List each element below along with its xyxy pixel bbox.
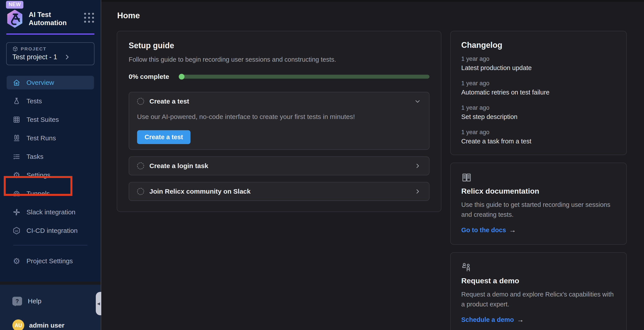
project-label: PROJECT <box>21 46 46 52</box>
entry-title: Automatic retries on test failure <box>461 89 616 96</box>
home-icon <box>12 79 21 87</box>
page-title: Home <box>117 11 644 20</box>
documentation-card: Relicx documentation Use this guide to g… <box>450 163 627 245</box>
request-demo-description: Request a demo and explore Relicx's capa… <box>461 290 616 309</box>
tunnel-icon <box>12 190 21 198</box>
sidebar-item-label: Tunnels <box>26 190 50 197</box>
create-a-test-button[interactable]: Create a test <box>137 130 190 144</box>
help-button[interactable]: ? Help <box>6 294 94 308</box>
entry-title: Set step description <box>461 113 616 121</box>
new-badge: NEW <box>6 1 24 8</box>
project-name: Test project - 1 <box>12 53 57 61</box>
schedule-demo-link[interactable]: Schedule a demo → <box>461 316 524 324</box>
flask-icon <box>12 97 21 105</box>
setup-guide-card: Setup guide Follow this guide to begin r… <box>117 31 442 212</box>
apps-grid-icon[interactable] <box>84 13 94 23</box>
sidebar-item-label: Settings <box>26 171 50 179</box>
status-incomplete-icon <box>137 188 144 195</box>
sidebar-item-label: Tasks <box>26 153 44 160</box>
book-icon <box>461 172 472 183</box>
progress-bar <box>179 75 430 79</box>
grid-icon <box>12 116 21 124</box>
gear-icon: ⚙ <box>12 171 21 179</box>
sidebar-item-slack-integration[interactable]: Slack integration <box>6 205 94 219</box>
status-incomplete-icon <box>137 162 144 169</box>
documentation-title: Relicx documentation <box>461 187 616 195</box>
sidebar-item-test-runs[interactable]: Test Runs <box>6 131 94 145</box>
entry-title: Latest production update <box>461 64 616 72</box>
setup-task-create-login-task[interactable]: Create a login task <box>129 157 430 175</box>
project-cube-icon <box>12 46 18 52</box>
right-column: Changelog 1 year ago Latest production u… <box>450 31 627 330</box>
chevron-down-icon[interactable] <box>414 98 421 105</box>
setup-task-create-a-test: Create a test Use our AI-powered, no-cod… <box>129 92 430 150</box>
user-menu[interactable]: AU admin user <box>6 320 94 330</box>
sidebar-item-settings[interactable]: ⚙ Settings <box>6 168 94 182</box>
request-demo-title: Request a demo <box>461 277 616 285</box>
sidebar-item-label: Overview <box>26 79 54 86</box>
task-description: Use our AI-powered, no-code interface to… <box>137 113 421 121</box>
main-content: Home Setup guide Follow this guide to be… <box>101 0 644 330</box>
help-icon: ? <box>12 297 22 306</box>
sidebar-item-label: Tests <box>26 97 42 105</box>
entry-timestamp: 1 year ago <box>461 80 616 87</box>
entry-title: Create a task from a test <box>461 138 616 145</box>
people-icon <box>461 262 472 273</box>
sidebar-nav: Overview Tests Test Suites <box>0 76 101 268</box>
app-window: NEW AI Test Automation <box>0 0 644 330</box>
progress-label: 0% complete <box>129 73 169 80</box>
sidebar-item-cicd-integration[interactable]: ∞ CI-CD integration <box>6 224 94 237</box>
chevron-left-icon: ◀ <box>97 301 100 306</box>
sidebar-item-overview[interactable]: Overview <box>6 76 94 89</box>
project-selector[interactable]: PROJECT Test project - 1 <box>6 42 94 65</box>
arrow-right-icon: → <box>509 226 516 234</box>
sidebar-item-tests[interactable]: Tests <box>6 94 94 108</box>
changelog-entry: 1 year ago Create a task from a test <box>461 129 616 145</box>
sidebar-item-label: Test Runs <box>26 134 56 142</box>
help-label: Help <box>28 297 42 305</box>
changelog-entry: 1 year ago Set step description <box>461 104 616 121</box>
slack-icon <box>12 208 21 216</box>
sidebar-item-test-suites[interactable]: Test Suites <box>6 113 94 127</box>
entry-timestamp: 1 year ago <box>461 104 616 111</box>
sidebar-item-label: CI-CD integration <box>26 227 78 234</box>
avatar: AU <box>12 320 24 330</box>
entry-timestamp: 1 year ago <box>461 55 616 62</box>
task-title: Join Relicx community on Slack <box>150 188 250 195</box>
task-title: Create a login task <box>150 162 208 170</box>
go-to-docs-link[interactable]: Go to the docs → <box>461 226 516 234</box>
sidebar-divider <box>13 245 88 245</box>
cicd-infinity-icon: ∞ <box>12 226 21 235</box>
arrow-right-icon: → <box>517 316 524 324</box>
sidebar-item-label: Project Settings <box>26 257 73 265</box>
progress-fill <box>179 74 184 80</box>
request-demo-card: Request a demo Request a demo and explor… <box>450 252 627 330</box>
entry-timestamp: 1 year ago <box>461 129 616 136</box>
accent-divider <box>6 33 94 35</box>
setup-guide-description: Follow this guide to begin recording use… <box>129 56 430 63</box>
relicx-logo-icon <box>6 9 24 28</box>
sidebar-bottom-panel: ? Help AU admin user <box>0 282 101 330</box>
task-header[interactable]: Create a test <box>137 98 421 105</box>
sidebar: NEW AI Test Automation <box>0 0 101 330</box>
status-incomplete-icon <box>137 98 144 105</box>
chevron-right-icon[interactable] <box>414 162 421 169</box>
changelog-title: Changelog <box>461 40 616 50</box>
chevron-right-icon <box>64 54 70 60</box>
test-runs-icon <box>12 134 21 142</box>
documentation-description: Use this guide to get started recording … <box>461 200 616 220</box>
changelog-entry: 1 year ago Latest production update <box>461 55 616 72</box>
sidebar-item-tasks[interactable]: Tasks <box>6 150 94 164</box>
sidebar-collapse-handle[interactable]: ◀ <box>96 292 101 315</box>
changelog-entry: 1 year ago Automatic retries on test fai… <box>461 80 616 96</box>
sidebar-item-tunnels[interactable]: Tunnels <box>6 187 94 200</box>
setup-progress: 0% complete <box>129 73 430 80</box>
chevron-right-icon[interactable] <box>414 188 421 195</box>
sidebar-item-label: Test Suites <box>26 116 59 123</box>
setup-task-join-slack-community[interactable]: Join Relicx community on Slack <box>129 182 430 201</box>
tasks-list-icon <box>12 153 21 161</box>
user-name: admin user <box>29 322 64 329</box>
app-title: AI Test Automation <box>29 10 77 27</box>
sidebar-item-project-settings[interactable]: ⚙ Project Settings <box>6 254 94 268</box>
gear-icon: ⚙ <box>12 257 21 265</box>
